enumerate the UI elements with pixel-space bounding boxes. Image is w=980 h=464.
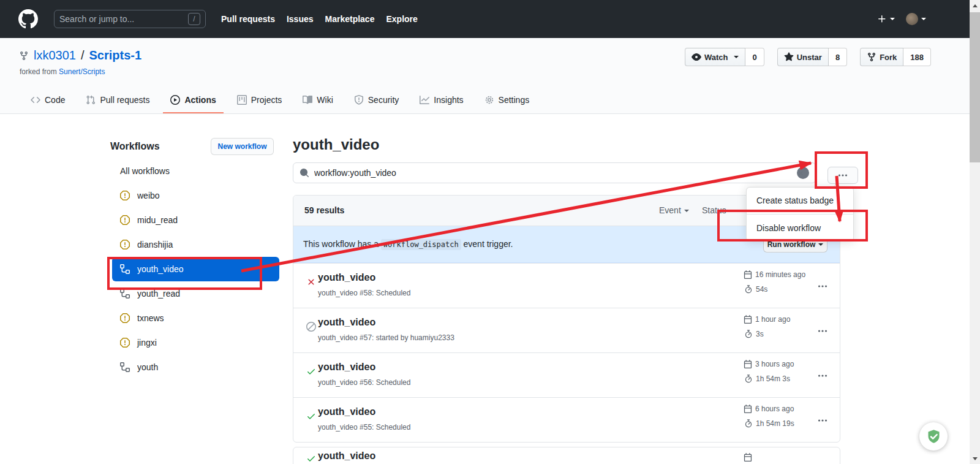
new-workflow-button[interactable]: New workflow [211, 138, 274, 155]
tab-wiki[interactable]: Wiki [295, 88, 340, 113]
repo-forked-icon [867, 52, 876, 62]
run-search-input[interactable] [314, 168, 797, 178]
watch-button[interactable]: Watch [685, 48, 746, 66]
run-title-link[interactable]: youth_video [318, 362, 375, 373]
workflow-icon [120, 264, 130, 274]
run-options-button[interactable] [815, 368, 830, 386]
sidebar-item-dianshijia[interactable]: dianshijia [108, 232, 279, 257]
kebab-horizontal-icon [818, 281, 827, 291]
repo-forked-icon [19, 51, 29, 61]
status-filter-dropdown[interactable]: Status [702, 205, 734, 215]
tab-projects[interactable]: Projects [230, 88, 290, 113]
run-row[interactable]: youth_video youth_video #58: Scheduled 1… [293, 263, 840, 308]
create-new-button[interactable] [877, 14, 895, 24]
scrollbar-thumb[interactable] [970, 12, 980, 162]
sidebar-item-youth[interactable]: youth [108, 355, 279, 379]
cancelled-icon [306, 322, 316, 332]
results-count: 59 results [304, 205, 344, 215]
slash-key-hint: / [188, 13, 200, 25]
star-group: Unstar 8 [777, 48, 847, 66]
run-duration: 3s [744, 330, 764, 338]
scrollbar-down-button[interactable] [970, 454, 980, 464]
check-success-icon [306, 411, 316, 421]
scrollbar[interactable] [970, 0, 980, 464]
fork-source-link[interactable]: Sunert/Scripts [59, 67, 105, 76]
tab-actions[interactable]: Actions [163, 88, 223, 113]
star-count[interactable]: 8 [829, 48, 847, 66]
tab-code[interactable]: Code [23, 88, 72, 113]
run-duration: 1h 54m 19s [744, 419, 794, 428]
run-duration: 54s [744, 285, 767, 294]
nav-explore[interactable]: Explore [386, 14, 417, 24]
user-menu-button[interactable] [906, 13, 926, 25]
run-row[interactable]: youth_video [293, 447, 840, 464]
stopwatch-icon [744, 375, 753, 383]
calendar-icon [744, 405, 752, 413]
sidebar-item-weibo[interactable]: weibo [108, 183, 279, 208]
sidebar-item-txnews[interactable]: txnews [108, 306, 279, 330]
tab-settings[interactable]: Settings [477, 88, 537, 113]
nav-marketplace[interactable]: Marketplace [325, 14, 375, 24]
caret-down-icon [890, 18, 895, 20]
menu-item-disable-workflow[interactable]: Disable workflow [747, 214, 853, 241]
kebab-horizontal-icon [818, 371, 827, 381]
run-title-link[interactable]: youth_video [318, 451, 375, 462]
calendar-icon [744, 270, 752, 279]
repo-actions: Watch 0 Unstar 8 Fork 188 [685, 48, 931, 66]
run-row[interactable]: youth_video youth_video #57: started by … [293, 308, 840, 352]
sidebar-item-youth-read[interactable]: youth_read [108, 281, 279, 306]
event-filter-dropdown[interactable]: Event [659, 205, 689, 215]
menu-item-create-status-badge[interactable]: Create status badge [747, 188, 853, 214]
fork-count[interactable]: 188 [903, 48, 931, 66]
stopwatch-icon [744, 419, 753, 428]
book-icon [303, 95, 312, 105]
global-search-input[interactable] [59, 14, 188, 24]
global-search[interactable]: / [54, 10, 206, 28]
code-chip: workflow_dispatch [381, 239, 461, 250]
alert-icon [120, 338, 130, 348]
repo-owner-link[interactable]: lxk0301 [34, 48, 76, 63]
watch-count[interactable]: 0 [745, 48, 764, 66]
calendar-icon [744, 453, 752, 462]
clear-search-button[interactable] [797, 167, 809, 179]
run-title-link[interactable]: youth_video [318, 317, 375, 328]
run-options-button[interactable] [815, 279, 830, 296]
sidebar-item-jingxi[interactable]: jingxi [108, 330, 279, 355]
adguard-extension-button[interactable] [919, 422, 948, 451]
code-icon [31, 95, 40, 105]
stopwatch-icon [744, 330, 753, 338]
sidebar-item-midu-read[interactable]: midu_read [108, 208, 279, 232]
fork-note-prefix: forked from [20, 67, 57, 76]
alert-icon [120, 215, 130, 225]
run-title-link[interactable]: youth_video [318, 272, 375, 283]
nav-pull-requests[interactable]: Pull requests [221, 14, 275, 24]
fork-button[interactable]: Fork [860, 48, 903, 66]
alert-icon [120, 240, 130, 249]
run-duration: 1h 54m 3s [744, 375, 790, 383]
run-options-button[interactable] [815, 413, 830, 430]
run-title-link[interactable]: youth_video [318, 406, 375, 417]
run-description: youth_video #57: started by huamiyu2333 [318, 333, 454, 342]
sidebar-item-all-workflows[interactable]: All workflows [108, 159, 279, 183]
run-row[interactable]: youth_video youth_video #55: Scheduled 6… [293, 397, 840, 442]
search-icon [300, 168, 309, 178]
scrollbar-up-button[interactable] [970, 0, 980, 10]
github-actions-page: / Pull requests Issues Marketplace Explo… [0, 0, 980, 464]
plus-icon [877, 14, 887, 24]
sidebar-item-youth-video[interactable]: youth_video [112, 257, 279, 281]
run-time: 16 minutes ago [744, 270, 805, 279]
tab-insights[interactable]: Insights [412, 88, 470, 113]
github-logo-icon[interactable] [18, 9, 38, 29]
workflow-list: All workflows weibo midu_read dianshijia… [108, 159, 279, 379]
graph-icon [420, 95, 429, 105]
nav-issues[interactable]: Issues [287, 14, 314, 24]
unstar-button[interactable]: Unstar [777, 48, 829, 66]
tab-security[interactable]: Security [347, 88, 407, 113]
workflow-icon [120, 289, 130, 299]
tab-pull-requests[interactable]: Pull requests [78, 88, 157, 113]
repo-name-link[interactable]: Scripts-1 [89, 48, 142, 63]
run-options-button[interactable] [815, 324, 830, 341]
run-row[interactable]: youth_video youth_video #56: Scheduled 3… [293, 352, 840, 397]
caret-down-icon [921, 18, 926, 20]
fork-note: forked from Sunert/Scripts [20, 67, 105, 76]
